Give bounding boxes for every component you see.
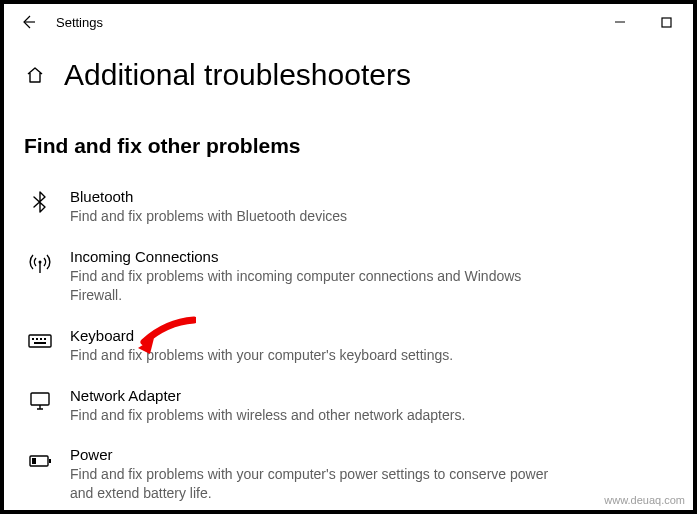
- item-name: Bluetooth: [70, 188, 550, 205]
- item-name: Network Adapter: [70, 387, 550, 404]
- troubleshooter-item-network-adapter[interactable]: Network Adapter Find and fix problems wi…: [24, 379, 673, 439]
- page-title: Additional troubleshooters: [64, 58, 411, 92]
- item-body: Incoming Connections Find and fix proble…: [70, 248, 550, 305]
- item-name: Keyboard: [70, 327, 550, 344]
- monitor-icon: [26, 387, 54, 413]
- item-name: Incoming Connections: [70, 248, 550, 265]
- item-body: Bluetooth Find and fix problems with Blu…: [70, 188, 550, 226]
- page-header: Additional troubleshooters: [4, 40, 693, 98]
- back-arrow-icon: [20, 14, 36, 30]
- svg-rect-11: [32, 458, 36, 464]
- bluetooth-icon: [26, 188, 54, 214]
- svg-rect-8: [31, 393, 49, 405]
- antenna-icon: [26, 248, 54, 274]
- window-title: Settings: [48, 15, 103, 30]
- titlebar: Settings: [4, 4, 693, 40]
- item-body: Power Find and fix problems with your co…: [70, 446, 550, 503]
- window-controls: [597, 4, 689, 40]
- troubleshooter-item-keyboard[interactable]: Keyboard Find and fix problems with your…: [24, 319, 673, 379]
- svg-rect-2: [29, 335, 51, 347]
- section-title: Find and fix other problems: [24, 134, 673, 158]
- troubleshooter-item-bluetooth[interactable]: Bluetooth Find and fix problems with Blu…: [24, 180, 673, 240]
- item-desc: Find and fix problems with Bluetooth dev…: [70, 207, 550, 226]
- item-name: Power: [70, 446, 550, 463]
- svg-rect-3: [32, 338, 34, 340]
- home-button[interactable]: [24, 64, 46, 86]
- svg-rect-6: [44, 338, 46, 340]
- item-desc: Find and fix problems with wireless and …: [70, 406, 550, 425]
- home-icon: [25, 65, 45, 85]
- troubleshooter-item-incoming-connections[interactable]: Incoming Connections Find and fix proble…: [24, 240, 673, 319]
- item-body: Keyboard Find and fix problems with your…: [70, 327, 550, 365]
- svg-rect-5: [40, 338, 42, 340]
- svg-rect-10: [49, 459, 51, 463]
- svg-rect-4: [36, 338, 38, 340]
- maximize-button[interactable]: [643, 4, 689, 40]
- watermark: www.deuaq.com: [604, 494, 685, 506]
- item-body: Network Adapter Find and fix problems wi…: [70, 387, 550, 425]
- minimize-icon: [614, 16, 626, 28]
- svg-rect-7: [34, 342, 46, 344]
- keyboard-icon: [26, 327, 54, 353]
- back-button[interactable]: [8, 4, 48, 40]
- maximize-icon: [661, 17, 672, 28]
- item-desc: Find and fix problems with incoming comp…: [70, 267, 550, 305]
- battery-icon: [26, 446, 54, 472]
- svg-rect-0: [662, 18, 671, 27]
- content-area: Find and fix other problems Bluetooth Fi…: [4, 98, 693, 514]
- troubleshooter-item-power[interactable]: Power Find and fix problems with your co…: [24, 438, 673, 514]
- item-desc: Find and fix problems with your computer…: [70, 465, 550, 503]
- minimize-button[interactable]: [597, 4, 643, 40]
- item-desc: Find and fix problems with your computer…: [70, 346, 550, 365]
